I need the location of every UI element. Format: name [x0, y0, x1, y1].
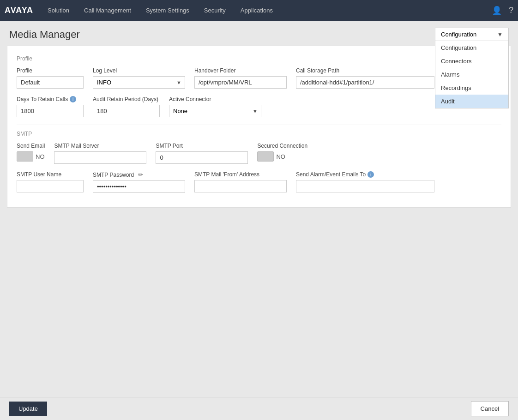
send-alarm-info-icon[interactable]: i: [367, 171, 374, 178]
send-email-toggle-label: NO: [36, 153, 45, 160]
help-icon[interactable]: ?: [509, 6, 513, 15]
secured-connection-toggle-label: NO: [276, 153, 285, 160]
dropdown-item-audit[interactable]: Audit: [435, 95, 508, 108]
secured-connection-toggle-group: NO: [257, 151, 307, 162]
call-storage-path-label: Call Storage Path: [296, 67, 434, 74]
send-email-toggle-group: NO: [17, 151, 45, 162]
audit-retain-group: Audit Retain Period (Days): [93, 96, 160, 117]
profile-group: Profile: [17, 67, 84, 89]
cancel-button[interactable]: Cancel: [471, 401, 509, 416]
secured-connection-toggle[interactable]: [257, 151, 274, 162]
form-row-2: Days To Retain Calls i Audit Retain Peri…: [17, 96, 501, 117]
user-icon[interactable]: 👤: [492, 6, 502, 16]
smtp-username-label: SMTP User Name: [17, 171, 84, 178]
form-row-4: SMTP User Name SMTP Password ✏ SMTP Mail…: [17, 171, 501, 193]
log-level-select-wrapper: DEBUG INFO WARNING ERROR ▼: [93, 76, 185, 89]
log-level-select[interactable]: DEBUG INFO WARNING ERROR: [93, 76, 185, 89]
profile-label: Profile: [17, 67, 84, 74]
active-connector-label: Active Connector: [169, 96, 261, 102]
avaya-logo: AVAYA: [5, 6, 33, 15]
days-retain-input[interactable]: [17, 105, 84, 117]
smtp-from-address-input[interactable]: [194, 180, 287, 192]
secured-connection-label: Secured Connection: [257, 143, 307, 149]
update-button[interactable]: Update: [9, 402, 47, 416]
form-row-3: Send Email NO SMTP Mail Server SMTP Port…: [17, 143, 501, 164]
form-row-1: Profile Log Level DEBUG INFO WARNING ERR…: [17, 67, 501, 89]
send-email-label: Send Email: [17, 143, 45, 149]
send-alarm-emails-input[interactable]: [296, 180, 434, 192]
log-level-group: Log Level DEBUG INFO WARNING ERROR ▼: [93, 67, 185, 89]
days-retain-label: Days To Retain Calls i: [17, 96, 84, 102]
nav-item-applications[interactable]: Applications: [233, 0, 280, 21]
dropdown-item-configuration[interactable]: Configuration: [435, 41, 508, 54]
audit-retain-input[interactable]: [93, 105, 160, 117]
smtp-username-group: SMTP User Name: [17, 171, 84, 193]
dropdown-item-recordings[interactable]: Recordings: [435, 81, 508, 95]
nav-item-system-settings[interactable]: System Settings: [139, 0, 197, 21]
smtp-password-edit-icon[interactable]: ✏: [138, 171, 143, 178]
smtp-mail-server-group: SMTP Mail Server: [54, 143, 146, 164]
smtp-mail-server-label: SMTP Mail Server: [54, 143, 146, 149]
handover-folder-input[interactable]: [194, 76, 287, 89]
config-dropdown-button[interactable]: Configuration ▼: [435, 28, 509, 41]
page-header: Media Manager Configuration ▼ Configurat…: [0, 21, 518, 46]
smtp-username-input[interactable]: [17, 180, 84, 192]
smtp-password-wrapper: [93, 180, 185, 193]
days-retain-group: Days To Retain Calls i: [17, 96, 84, 117]
nav-right: 👤 ?: [492, 6, 513, 16]
active-connector-group: Active Connector None Connector1 Connect…: [169, 96, 261, 117]
profile-input[interactable]: [17, 76, 84, 89]
smtp-mail-server-input[interactable]: [54, 151, 146, 164]
secured-connection-group: Secured Connection NO: [257, 143, 307, 164]
top-navigation: AVAYA Solution Call Management System Se…: [0, 0, 518, 21]
smtp-password-label: SMTP Password ✏: [93, 171, 185, 178]
nav-item-call-management[interactable]: Call Management: [77, 0, 139, 21]
smtp-password-input[interactable]: [93, 180, 185, 193]
dropdown-item-alarms[interactable]: Alarms: [435, 68, 508, 81]
logo-text: AVAYA: [5, 6, 33, 15]
smtp-port-group: SMTP Port: [156, 143, 248, 164]
send-email-toggle[interactable]: [17, 151, 33, 162]
nav-item-security[interactable]: Security: [197, 0, 233, 21]
page-footer: Update Cancel: [0, 397, 518, 420]
dropdown-item-connectors[interactable]: Connectors: [435, 54, 508, 68]
config-dropdown-selected: Configuration: [441, 31, 476, 38]
handover-folder-group: Handover Folder: [194, 67, 287, 89]
audit-retain-label: Audit Retain Period (Days): [93, 96, 160, 102]
nav-items: Solution Call Management System Settings…: [40, 0, 492, 21]
days-retain-info-icon[interactable]: i: [70, 96, 76, 102]
smtp-section-label: SMTP: [17, 125, 501, 137]
call-storage-path-group: Call Storage Path: [296, 67, 434, 89]
active-connector-select-wrapper: None Connector1 Connector2 ▼: [169, 105, 261, 117]
send-alarm-emails-label: Send Alarm/Event Emails To i: [296, 171, 434, 178]
smtp-from-address-group: SMTP Mail 'From' Address: [194, 171, 287, 193]
config-dropdown-menu: Configuration Connectors Alarms Recordin…: [435, 41, 509, 108]
call-storage-path-input[interactable]: [296, 76, 434, 89]
smtp-from-address-label: SMTP Mail 'From' Address: [194, 171, 287, 178]
smtp-port-label: SMTP Port: [156, 143, 248, 149]
page-wrapper: Media Manager Configuration ▼ Configurat…: [0, 21, 518, 420]
handover-folder-label: Handover Folder: [194, 67, 287, 74]
active-connector-select[interactable]: None Connector1 Connector2: [169, 105, 261, 117]
smtp-password-group: SMTP Password ✏: [93, 171, 185, 193]
chevron-down-icon: ▼: [497, 31, 503, 38]
send-alarm-emails-group: Send Alarm/Event Emails To i: [296, 171, 434, 193]
page-title: Media Manager: [9, 29, 80, 41]
config-dropdown-wrapper: Configuration ▼ Configuration Connectors…: [435, 28, 509, 41]
log-level-label: Log Level: [93, 67, 185, 74]
send-email-group: Send Email NO: [17, 143, 45, 164]
profile-section-label: Profile: [17, 55, 501, 62]
nav-item-solution[interactable]: Solution: [40, 0, 77, 21]
smtp-port-input[interactable]: [156, 151, 248, 164]
